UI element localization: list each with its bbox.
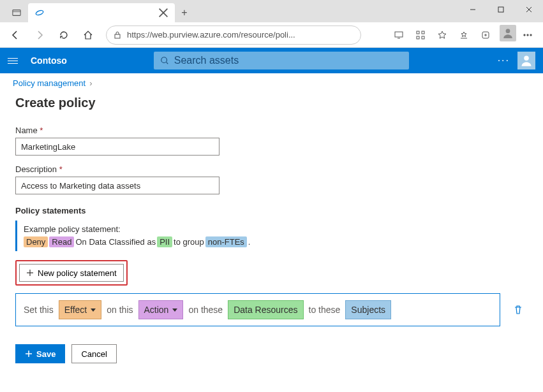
app-bar: Contoso Search assets ··· bbox=[0, 48, 543, 73]
action-dropdown[interactable]: Action bbox=[138, 300, 184, 319]
svg-point-2 bbox=[35, 10, 43, 16]
svg-line-25 bbox=[166, 62, 168, 64]
search-placeholder: Search assets bbox=[174, 55, 239, 66]
svg-point-24 bbox=[161, 57, 167, 63]
svg-rect-14 bbox=[417, 36, 419, 39]
back-button[interactable] bbox=[5, 25, 26, 45]
name-input[interactable] bbox=[15, 138, 219, 156]
plus-icon bbox=[25, 350, 33, 358]
plus-icon bbox=[26, 269, 34, 277]
favorite-button[interactable] bbox=[432, 25, 452, 45]
example-pii-chip: PII bbox=[157, 236, 172, 247]
stmt-text: on this bbox=[107, 305, 133, 315]
app-name: Contoso bbox=[31, 55, 67, 66]
svg-rect-6 bbox=[498, 7, 503, 12]
refresh-button[interactable] bbox=[54, 25, 74, 45]
more-icon bbox=[523, 30, 533, 40]
favorites-icon bbox=[459, 30, 469, 40]
collections-button[interactable] bbox=[475, 25, 496, 45]
trash-icon bbox=[513, 305, 523, 315]
new-policy-statement-button[interactable]: New policy statement bbox=[19, 264, 124, 282]
svg-rect-9 bbox=[115, 34, 120, 38]
description-label: Description bbox=[15, 164, 57, 174]
footer-actions: Save Cancel bbox=[15, 344, 528, 363]
svg-point-20 bbox=[506, 29, 510, 33]
description-field: Description * bbox=[15, 164, 528, 194]
example-nonfte-chip: non-FTEs bbox=[205, 236, 247, 247]
description-input[interactable] bbox=[15, 177, 219, 194]
collections-icon bbox=[480, 30, 491, 40]
forward-button[interactable] bbox=[29, 25, 50, 45]
svg-rect-10 bbox=[395, 32, 403, 37]
address-bar[interactable]: https://web.purview.azure.com/resource/p… bbox=[106, 25, 361, 45]
example-read-chip: Read bbox=[49, 236, 74, 247]
favicon-icon bbox=[34, 8, 45, 18]
browser-tab[interactable] bbox=[28, 3, 175, 22]
name-label: Name bbox=[15, 126, 38, 135]
minimize-button[interactable] bbox=[459, 0, 487, 19]
new-statement-label: New policy statement bbox=[38, 268, 117, 278]
profile-button[interactable] bbox=[500, 25, 516, 41]
menu-button[interactable] bbox=[8, 54, 20, 67]
example-title: Example policy statement: bbox=[24, 224, 521, 234]
person-icon bbox=[520, 54, 533, 67]
favorites-bar-button[interactable] bbox=[454, 25, 474, 45]
read-aloud-button[interactable] bbox=[389, 25, 409, 45]
browser-titlebar: + bbox=[0, 0, 543, 22]
close-window-button[interactable] bbox=[515, 0, 543, 19]
cancel-label: Cancel bbox=[81, 349, 107, 359]
close-tab-button[interactable] bbox=[158, 8, 168, 18]
example-dot: . bbox=[248, 237, 251, 247]
save-label: Save bbox=[36, 349, 56, 359]
effect-dropdown[interactable]: Effect bbox=[59, 300, 102, 319]
browser-toolbar: https://web.purview.azure.com/resource/p… bbox=[0, 22, 543, 48]
search-box[interactable]: Search assets bbox=[154, 52, 409, 69]
window-controls bbox=[459, 0, 543, 19]
stmt-text: Set this bbox=[24, 305, 54, 315]
home-button[interactable] bbox=[78, 25, 98, 45]
data-resources-dropdown[interactable]: Data Resources bbox=[228, 300, 303, 319]
maximize-button[interactable] bbox=[487, 0, 515, 19]
subjects-dropdown[interactable]: Subjects bbox=[345, 300, 391, 319]
svg-rect-15 bbox=[422, 36, 424, 39]
breadcrumb-link[interactable]: Policy management bbox=[13, 78, 86, 88]
statements-heading: Policy statements bbox=[15, 206, 528, 215]
tab-strip: + bbox=[0, 0, 194, 22]
name-field: Name * bbox=[15, 126, 528, 156]
save-button[interactable]: Save bbox=[15, 344, 65, 363]
close-icon bbox=[526, 6, 532, 13]
required-marker: * bbox=[59, 164, 63, 174]
svg-point-22 bbox=[527, 34, 528, 35]
stmt-text: on these bbox=[188, 305, 223, 315]
required-marker: * bbox=[40, 126, 43, 135]
breadcrumb: Policy management › bbox=[0, 73, 543, 93]
cancel-button[interactable]: Cancel bbox=[71, 344, 116, 363]
chevron-down-icon bbox=[172, 309, 177, 312]
chevron-down-icon bbox=[91, 309, 96, 312]
chevron-right-icon: › bbox=[89, 78, 92, 88]
star-icon bbox=[437, 30, 447, 40]
svg-rect-12 bbox=[417, 31, 419, 34]
home-icon bbox=[83, 30, 93, 40]
statement-builder-row: Set this Effect on this Action on these … bbox=[15, 293, 500, 326]
main-content: Create policy Name * Description * Polic… bbox=[0, 93, 543, 374]
app-profile-button[interactable] bbox=[517, 52, 535, 69]
example-text: to group bbox=[174, 237, 204, 247]
more-button[interactable] bbox=[517, 25, 538, 45]
search-icon bbox=[160, 56, 169, 65]
svg-point-23 bbox=[530, 34, 532, 35]
maximize-icon bbox=[498, 6, 504, 13]
lock-icon bbox=[113, 31, 122, 40]
minimize-icon bbox=[470, 6, 476, 13]
svg-point-21 bbox=[524, 34, 525, 35]
app-more-button[interactable]: ··· bbox=[498, 55, 510, 66]
new-statement-highlight: New policy statement bbox=[15, 260, 128, 286]
svg-point-26 bbox=[524, 56, 529, 61]
qr-button[interactable] bbox=[410, 25, 431, 45]
url-text: https://web.purview.azure.com/resource/p… bbox=[127, 30, 295, 40]
tab-list-button[interactable] bbox=[5, 3, 28, 22]
delete-statement-button[interactable] bbox=[513, 305, 523, 315]
example-statement: Example policy statement: Deny Read On D… bbox=[15, 221, 528, 251]
new-tab-button[interactable]: + bbox=[175, 3, 194, 22]
refresh-icon bbox=[59, 30, 69, 40]
